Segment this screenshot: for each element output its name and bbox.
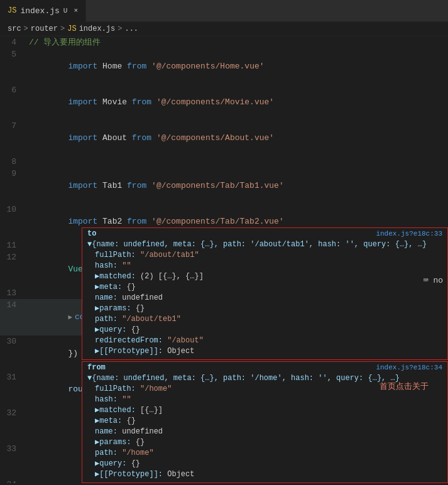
to-entry-3: ▶matched: (2) [{…}, {…}] bbox=[87, 271, 442, 282]
tab-bar: JS index.js U × bbox=[0, 0, 448, 22]
from-entry-5: name: undefined bbox=[87, 427, 442, 437]
from-entry-8: ▶query: {} bbox=[87, 459, 442, 469]
breadcrumb-sep1: > bbox=[24, 25, 28, 33]
from-entry-9: ▶[[Prototype]]: Object bbox=[87, 469, 442, 480]
line-num-30: 30 bbox=[0, 335, 26, 347]
to-entry-4: ▶meta: {} bbox=[87, 282, 442, 293]
from-link[interactable]: index.js?e18c:34 bbox=[376, 364, 442, 371]
to-label: to bbox=[87, 229, 96, 238]
line-num-10: 10 bbox=[0, 204, 26, 215]
to-entry-2: hash: "" bbox=[87, 261, 442, 271]
code-area[interactable]: 4 // 导入要用的组件 5 import Home from '@/compo… bbox=[0, 36, 448, 483]
line-num-5: 5 bbox=[0, 48, 26, 60]
line-num-34: 34 bbox=[0, 479, 26, 483]
to-entry-0: ▼{name: undefined, meta: {…}, path: '/ab… bbox=[87, 239, 442, 250]
from-panel-header: from index.js?e18c:34 bbox=[82, 362, 447, 373]
from-entry-6: ▶params: {} bbox=[87, 437, 442, 448]
to-entry-7: path: "/about/teb1" bbox=[87, 314, 442, 325]
to-debug-panel: to index.js?e18c:33 ▼{name: undefined, m… bbox=[82, 227, 448, 360]
line-content-9: import Tab1 from '@/components/Tab/Tab1.… bbox=[26, 168, 448, 204]
line-num-4: 4 bbox=[0, 36, 26, 48]
chinese-note: 首页点击关于 bbox=[380, 381, 429, 392]
line-content-5: import Home from '@/components/Home.vue' bbox=[26, 48, 448, 84]
to-entry-9: redirectedFrom: "/about" bbox=[87, 335, 442, 346]
code-line-9: 9 import Tab1 from '@/components/Tab/Tab… bbox=[0, 168, 448, 204]
breadcrumb: src > router > JS index.js > ... bbox=[0, 22, 448, 36]
line-content-7: import About from '@/components/About.vu… bbox=[26, 120, 448, 156]
code-line-4: 4 // 导入要用的组件 bbox=[0, 36, 448, 48]
line-num-8: 8 bbox=[0, 156, 26, 168]
code-line-5: 5 import Home from '@/components/Home.vu… bbox=[0, 48, 448, 84]
terminal-icon: ⌨ no bbox=[423, 275, 443, 285]
code-line-6: 6 import Movie from '@/components/Movie.… bbox=[0, 84, 448, 120]
tab-filename: index.js bbox=[20, 6, 59, 16]
to-entry-5: name: undefined bbox=[87, 293, 442, 303]
from-entry-3: ▶matched: [{…}] bbox=[87, 405, 442, 416]
tab-close-button[interactable]: × bbox=[74, 7, 78, 14]
line-num-13: 13 bbox=[0, 287, 26, 299]
from-entry-2: hash: "" bbox=[87, 395, 442, 405]
from-entry-4: ▶meta: {} bbox=[87, 416, 442, 427]
line-content-6: import Movie from '@/components/Movie.vu… bbox=[26, 84, 448, 120]
line-num-31: 31 bbox=[0, 371, 26, 383]
js-file-icon: JS bbox=[8, 6, 16, 15]
line-content-8 bbox=[26, 156, 448, 168]
breadcrumb-js-icon: JS bbox=[67, 25, 76, 33]
breadcrumb-sep2: > bbox=[60, 25, 65, 33]
fold-icon-14[interactable]: ▶ bbox=[68, 313, 72, 321]
to-entry-10: ▶[[Prototype]]: Object bbox=[87, 346, 442, 357]
code-line-8: 8 bbox=[0, 156, 448, 168]
line-num-6: 6 bbox=[0, 84, 26, 96]
from-entry-7: path: "/home" bbox=[87, 448, 442, 459]
to-panel-header: to index.js?e18c:33 bbox=[82, 228, 447, 239]
breadcrumb-ellipsis: ... bbox=[124, 25, 138, 33]
to-entry-8: ▶query: {} bbox=[87, 325, 442, 335]
to-entry-1: fullPath: "/about/tab1" bbox=[87, 250, 442, 261]
line-content-4: // 导入要用的组件 bbox=[26, 36, 448, 48]
terminal-indicator[interactable]: ⌨ no bbox=[423, 275, 443, 285]
to-entry-6: ▶params: {} bbox=[87, 303, 442, 314]
breadcrumb-router: router bbox=[31, 25, 58, 33]
code-line-7: 7 import About from '@/components/About.… bbox=[0, 120, 448, 156]
code-editor: 4 // 导入要用的组件 5 import Home from '@/compo… bbox=[0, 36, 448, 483]
from-label: from bbox=[87, 363, 106, 372]
line-num-7: 7 bbox=[0, 120, 26, 132]
breadcrumb-sep3: > bbox=[117, 25, 122, 33]
tab-modified-indicator: U bbox=[63, 7, 68, 14]
line-num-11: 11 bbox=[0, 239, 26, 251]
line-num-14: 14 bbox=[0, 299, 26, 311]
debug-overlay: to index.js?e18c:33 ▼{name: undefined, m… bbox=[82, 227, 448, 483]
breadcrumb-src: src bbox=[8, 25, 21, 33]
line-num-12: 12 bbox=[0, 251, 26, 263]
line-num-9: 9 bbox=[0, 168, 26, 180]
file-tab[interactable]: JS index.js U × bbox=[0, 0, 86, 22]
line-num-33: 33 bbox=[0, 443, 26, 455]
to-link[interactable]: index.js?e18c:33 bbox=[376, 230, 442, 237]
line-num-32: 32 bbox=[0, 407, 26, 419]
from-debug-panel: from index.js?e18c:34 ▼{name: undefined,… bbox=[82, 361, 448, 483]
breadcrumb-file: index.js bbox=[79, 25, 116, 33]
to-panel-body: ▼{name: undefined, meta: {…}, path: '/ab… bbox=[82, 239, 447, 359]
